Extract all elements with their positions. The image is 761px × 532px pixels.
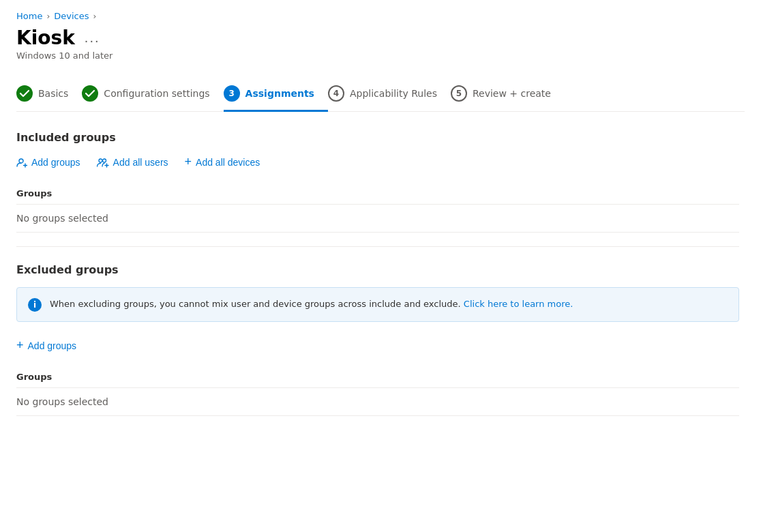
add-all-users-button[interactable]: Add all users	[97, 156, 168, 168]
plus-icon: +	[185, 155, 192, 169]
step-applicability-label: Applicability Rules	[350, 88, 437, 99]
step-assignments-icon: 3	[224, 85, 240, 102]
included-groups-actions: Add groups Add all users + Add all devic…	[16, 155, 739, 169]
add-all-devices-button[interactable]: + Add all devices	[185, 155, 260, 169]
step-configuration-icon	[82, 85, 98, 102]
table-row: No groups selected	[16, 388, 739, 416]
section-divider	[16, 246, 739, 247]
included-groups-col-header: Groups	[16, 183, 739, 205]
add-groups-included-label: Add groups	[31, 157, 80, 168]
breadcrumb-sep2: ›	[93, 12, 96, 21]
excluded-groups-table: Groups No groups selected	[16, 366, 739, 416]
plus-excluded-icon: +	[16, 338, 24, 353]
included-groups-table: Groups No groups selected	[16, 183, 739, 233]
excluded-groups-empty: No groups selected	[16, 388, 739, 416]
add-groups-excluded-label: Add groups	[28, 340, 77, 351]
page-title: Kiosk	[16, 27, 75, 49]
more-options-button[interactable]: ...	[82, 30, 103, 46]
add-groups-included-button[interactable]: Add groups	[16, 156, 80, 168]
excluded-groups-actions: + Add groups	[16, 338, 739, 353]
svg-point-0	[19, 159, 23, 163]
step-review-icon: 5	[451, 85, 467, 102]
step-basics[interactable]: Basics	[16, 77, 82, 112]
table-row: No groups selected	[16, 205, 739, 233]
svg-point-4	[102, 159, 106, 162]
info-text: When excluding groups, you cannot mix us…	[50, 297, 573, 311]
breadcrumb-home[interactable]: Home	[16, 11, 42, 21]
step-configuration-label: Configuration settings	[104, 88, 209, 99]
included-groups-empty: No groups selected	[16, 205, 739, 233]
page-header: Kiosk ... Windows 10 and later	[16, 27, 745, 61]
step-basics-icon	[16, 85, 33, 102]
people-add-icon	[97, 156, 109, 168]
page-subtitle: Windows 10 and later	[16, 50, 745, 61]
main-content: Included groups Add groups	[16, 131, 739, 416]
excluded-groups-col-header: Groups	[16, 366, 739, 388]
svg-point-3	[99, 159, 102, 162]
breadcrumb-devices[interactable]: Devices	[54, 11, 89, 21]
step-assignments[interactable]: 3 Assignments	[224, 77, 328, 112]
add-groups-excluded-button[interactable]: + Add groups	[16, 338, 76, 353]
step-applicability-icon: 4	[328, 85, 344, 102]
step-review-label: Review + create	[473, 88, 551, 99]
steps-bar: Basics Configuration settings 3 Assignme…	[16, 77, 745, 112]
breadcrumb-sep1: ›	[46, 12, 50, 21]
step-basics-label: Basics	[38, 88, 68, 99]
step-configuration[interactable]: Configuration settings	[82, 77, 223, 112]
person-add-icon	[16, 156, 27, 168]
info-icon: i	[28, 298, 42, 312]
included-groups-title: Included groups	[16, 131, 739, 144]
step-assignments-label: Assignments	[245, 88, 314, 99]
excluded-groups-title: Excluded groups	[16, 263, 739, 276]
step-applicability[interactable]: 4 Applicability Rules	[328, 77, 451, 112]
info-message: When excluding groups, you cannot mix us…	[50, 299, 461, 309]
step-review[interactable]: 5 Review + create	[451, 77, 565, 112]
info-link[interactable]: Click here to learn more.	[464, 299, 573, 309]
breadcrumb: Home › Devices ›	[16, 11, 745, 21]
add-all-devices-label: Add all devices	[196, 157, 260, 168]
info-box: i When excluding groups, you cannot mix …	[16, 287, 739, 322]
add-all-users-label: Add all users	[113, 157, 168, 168]
